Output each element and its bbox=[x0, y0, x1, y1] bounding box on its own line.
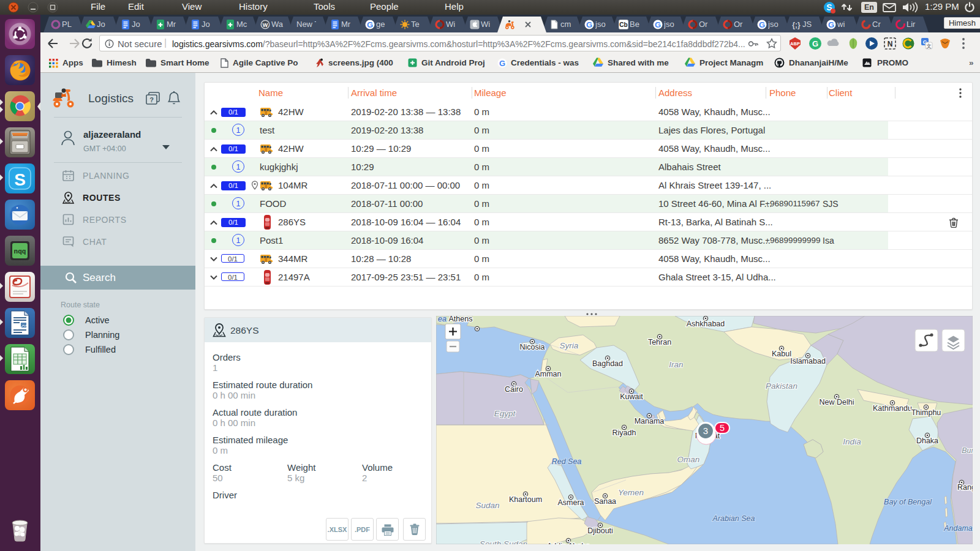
svg-text:Djibouti: Djibouti bbox=[587, 527, 613, 535]
svg-text:Kabul: Kabul bbox=[772, 350, 791, 358]
svg-text:3: 3 bbox=[703, 425, 708, 436]
svg-text:G: G bbox=[828, 20, 834, 29]
svg-text:Manama: Manama bbox=[635, 417, 665, 425]
svg-text:S: S bbox=[14, 170, 26, 189]
svg-text:Amman: Amman bbox=[535, 370, 561, 378]
svg-text:Arabian Sea: Arabian Sea bbox=[712, 514, 755, 523]
svg-text:Egypt: Egypt bbox=[494, 409, 516, 418]
svg-text:Addis Ababa: Addis Ababa bbox=[547, 542, 590, 544]
svg-text:Bay of Bengal: Bay of Bengal bbox=[884, 498, 932, 506]
svg-text:G: G bbox=[499, 59, 505, 68]
svg-text:Sanaa: Sanaa bbox=[594, 497, 616, 506]
svg-text:文: 文 bbox=[926, 43, 932, 49]
svg-text:ABP: ABP bbox=[790, 41, 800, 47]
svg-text:G: G bbox=[586, 20, 592, 29]
svg-text:W: W bbox=[263, 22, 268, 28]
svg-text:Pakistan: Pakistan bbox=[766, 381, 797, 391]
svg-text:Riyadh: Riyadh bbox=[612, 429, 636, 437]
svg-text:Asmera: Asmera bbox=[557, 498, 584, 507]
svg-text:Oman: Oman bbox=[677, 455, 700, 464]
svg-text:New Delhi: New Delhi bbox=[820, 398, 854, 407]
svg-text:Athens: Athens bbox=[449, 316, 473, 323]
svg-text:Thimphu: Thimphu bbox=[911, 408, 941, 417]
svg-text:Tehran: Tehran bbox=[648, 338, 671, 347]
svg-text:Bur: Bur bbox=[962, 446, 973, 455]
svg-text:South Sudan: South Sudan bbox=[480, 539, 527, 544]
svg-text:Rang: Rang bbox=[957, 483, 973, 492]
svg-text:Dhaka: Dhaka bbox=[916, 437, 938, 445]
svg-text:Kuwait: Kuwait bbox=[620, 392, 643, 401]
svg-text:Red Sea: Red Sea bbox=[552, 457, 582, 466]
svg-text:Cairo: Cairo bbox=[505, 385, 523, 394]
svg-text:G: G bbox=[367, 20, 373, 29]
svg-text:G: G bbox=[759, 20, 765, 29]
svg-text:Islamabad: Islamabad bbox=[790, 357, 826, 365]
svg-text:Iran: Iran bbox=[669, 360, 683, 369]
svg-text:Kathmandu: Kathmandu bbox=[873, 404, 912, 413]
svg-text:Ashkhabad: Ashkhabad bbox=[687, 320, 725, 328]
svg-text:nqq: nqq bbox=[14, 248, 26, 255]
svg-text:?: ? bbox=[149, 96, 154, 103]
svg-text:Andaman: Andaman bbox=[943, 524, 973, 533]
svg-text:N: N bbox=[888, 40, 893, 48]
svg-text:ea: ea bbox=[438, 316, 447, 323]
svg-text:Baghdad: Baghdad bbox=[592, 359, 623, 368]
svg-text:Khartoum: Khartoum bbox=[509, 495, 542, 504]
svg-text:India: India bbox=[843, 437, 861, 446]
svg-text:G: G bbox=[655, 20, 661, 29]
svg-text:G: G bbox=[812, 39, 818, 48]
svg-text:Nicosia: Nicosia bbox=[520, 343, 545, 351]
svg-text:5: 5 bbox=[720, 423, 725, 433]
svg-text:Yemen: Yemen bbox=[618, 488, 644, 497]
svg-text:Syria: Syria bbox=[560, 341, 579, 350]
svg-text:{;}: {;} bbox=[792, 21, 801, 29]
svg-text:Cb: Cb bbox=[619, 21, 627, 28]
svg-text:Sudan: Sudan bbox=[475, 501, 499, 510]
